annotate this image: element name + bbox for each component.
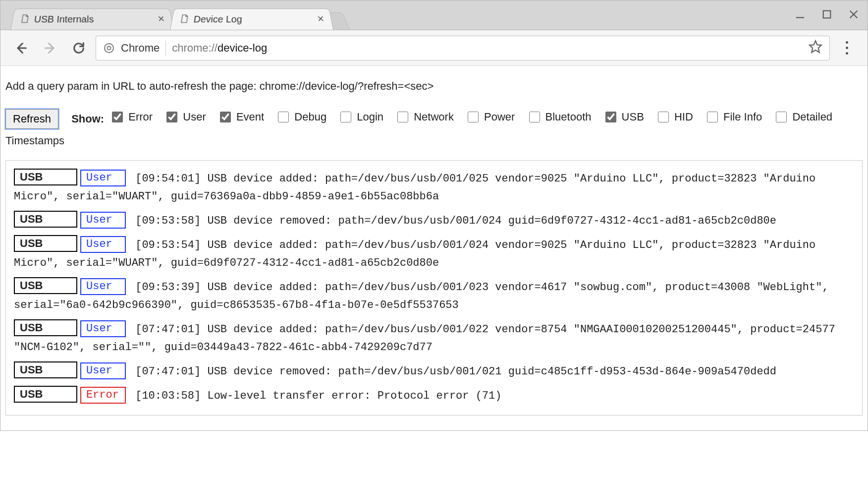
- svg-marker-12: [810, 41, 821, 52]
- filter-login[interactable]: Login: [338, 107, 383, 127]
- filter-error[interactable]: Error: [110, 107, 153, 127]
- filter-checkbox[interactable]: [112, 112, 123, 122]
- detailed-timestamps-label: Timestamps: [5, 130, 863, 151]
- filter-checkbox[interactable]: [468, 112, 479, 122]
- filter-event[interactable]: Event: [218, 107, 264, 127]
- address-bar[interactable]: Chrome chrome://device-log: [96, 36, 830, 60]
- browser-tab[interactable]: USB Internals: [10, 8, 174, 30]
- log-entry: USBUser [07:47:01] USB device removed: p…: [14, 361, 854, 381]
- page-icon: [19, 13, 31, 24]
- filter-checkbox[interactable]: [605, 112, 616, 122]
- tab-title: Device Log: [193, 14, 242, 25]
- log-type-tag: USB: [14, 319, 77, 336]
- filter-label: HID: [674, 107, 693, 127]
- log-type-tag: USB: [14, 169, 77, 185]
- window-controls: [793, 7, 861, 21]
- log-message: [09:53:54] USB device added: path=/dev/b…: [14, 239, 815, 269]
- log-entry: USBError [10:03:58] Low-level transfer e…: [14, 386, 854, 405]
- svg-point-10: [105, 44, 113, 53]
- log-message: [09:53:39] USB device added: path=/dev/b…: [14, 281, 829, 311]
- filter-label: USB: [622, 107, 644, 127]
- tab-close-button[interactable]: [315, 13, 327, 24]
- filter-label: Event: [236, 107, 264, 127]
- svg-point-11: [108, 46, 111, 50]
- url-scheme-label: Chrome: [121, 42, 160, 55]
- filter-checkbox[interactable]: [776, 112, 787, 122]
- nav-forward-button[interactable]: [38, 36, 62, 60]
- filter-user[interactable]: User: [164, 107, 206, 127]
- filter-bluetooth[interactable]: Bluetooth: [527, 107, 592, 127]
- tab-close-button[interactable]: [155, 13, 167, 24]
- filter-label: Debug: [294, 107, 326, 127]
- tab-bar: USB InternalsDevice Log: [0, 0, 868, 30]
- tab-title: USB Internals: [33, 14, 94, 25]
- filter-debug[interactable]: Debug: [276, 107, 326, 127]
- log-message: [07:47:01] USB device removed: path=/dev…: [129, 365, 776, 378]
- window-minimize-button[interactable]: [793, 7, 807, 21]
- log-message: [09:54:01] USB device added: path=/dev/b…: [14, 173, 815, 203]
- log-entry: USBUser [09:53:54] USB device added: pat…: [14, 235, 854, 272]
- filter-label: Bluetooth: [545, 107, 592, 127]
- browser-tab[interactable]: Device Log: [170, 8, 333, 30]
- filter-hid[interactable]: HID: [656, 107, 693, 127]
- filter-file-info[interactable]: File Info: [705, 107, 762, 127]
- filter-label: Power: [484, 107, 515, 127]
- toolbar: Chrome chrome://device-log: [0, 30, 868, 66]
- nav-back-button[interactable]: [9, 36, 33, 60]
- filter-checkbox[interactable]: [340, 112, 351, 122]
- filter-checkbox[interactable]: [529, 112, 540, 122]
- log-type-tag: USB: [14, 277, 77, 294]
- filter-checkbox[interactable]: [166, 112, 177, 122]
- log-level-tag: User: [80, 320, 126, 337]
- log-level-tag: Error: [80, 387, 126, 404]
- controls-row: Refresh Show: Error User Event Debug Log…: [5, 113, 863, 151]
- log-level-tag: User: [80, 362, 126, 379]
- log-entry: USBUser [09:53:39] USB device added: pat…: [14, 277, 854, 314]
- nav-reload-button[interactable]: [67, 36, 91, 60]
- filter-usb[interactable]: USB: [603, 107, 644, 127]
- chrome-icon: [103, 42, 115, 54]
- log-type-tag: USB: [14, 235, 77, 252]
- omnibox-separator: [165, 41, 166, 56]
- url-path: device-log: [217, 42, 267, 54]
- log-panel: USBUser [09:54:01] USB device added: pat…: [5, 160, 863, 416]
- bookmark-star-icon[interactable]: [809, 40, 822, 57]
- log-message: [09:53:58] USB device removed: path=/dev…: [129, 215, 776, 227]
- browser-window: USB InternalsDevice Log: [0, 0, 868, 431]
- filter-power[interactable]: Power: [466, 107, 515, 127]
- log-message: [07:47:01] USB device added: path=/dev/b…: [14, 323, 835, 354]
- log-type-tag: USB: [14, 386, 77, 403]
- filter-label: Network: [414, 107, 454, 127]
- page-icon: [178, 13, 191, 24]
- url-text: chrome://device-log: [172, 42, 267, 55]
- filter-checkbox[interactable]: [658, 112, 669, 122]
- show-label: Show:: [71, 113, 104, 125]
- filter-checkbox[interactable]: [220, 112, 231, 122]
- log-level-tag: User: [80, 170, 126, 186]
- log-type-tag: USB: [14, 361, 77, 378]
- window-maximize-button[interactable]: [820, 7, 834, 21]
- window-close-button[interactable]: [847, 7, 861, 21]
- log-type-tag: USB: [14, 211, 77, 228]
- filter-checkbox[interactable]: [707, 112, 718, 122]
- log-level-tag: User: [80, 278, 126, 295]
- filter-checkbox[interactable]: [278, 112, 289, 122]
- filter-label: Login: [357, 107, 383, 127]
- log-entry: USBUser [09:54:01] USB device added: pat…: [14, 169, 854, 206]
- refresh-button[interactable]: Refresh: [5, 109, 58, 129]
- filter-detailed[interactable]: Detailed: [774, 107, 832, 127]
- chrome-menu-button[interactable]: [835, 36, 859, 60]
- autorefresh-hint: Add a query param in URL to auto-refresh…: [5, 80, 863, 93]
- filter-label: File Info: [723, 107, 762, 127]
- log-level-tag: User: [80, 236, 126, 253]
- filter-label: Detailed: [792, 107, 832, 127]
- filter-label: User: [183, 107, 206, 127]
- url-prefix: chrome://: [172, 42, 217, 54]
- log-entry: USBUser [09:53:58] USB device removed: p…: [14, 211, 854, 230]
- filter-network[interactable]: Network: [395, 107, 454, 127]
- log-level-tag: User: [80, 212, 126, 229]
- svg-rect-5: [823, 11, 831, 18]
- log-message: [10:03:58] Low-level transfer error: Pro…: [129, 390, 502, 402]
- page-content: Add a query param in URL to auto-refresh…: [0, 66, 868, 430]
- filter-checkbox[interactable]: [397, 112, 408, 122]
